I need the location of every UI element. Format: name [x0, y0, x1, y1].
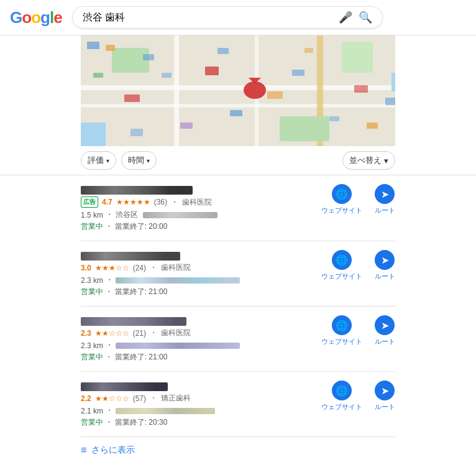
logo-e: e: [53, 8, 62, 27]
close-time-2: ・ 當業終了: 21:00: [105, 287, 167, 296]
search-bar[interactable]: 🎤 🔍: [72, 6, 383, 29]
route-label-4: ルート: [375, 402, 395, 412]
distance-1: 1.5 km: [81, 211, 103, 219]
filter-left: 評価 ▾ 時間 ▾: [81, 151, 157, 170]
ad-badge-1: 広告: [81, 196, 98, 208]
logo-o2: o: [31, 8, 40, 27]
title-blur-2: [81, 252, 180, 261]
category-type-4: 矯正歯科: [161, 393, 191, 404]
action-group-4: 🌐 ウェブサイト ➤ ルート: [321, 381, 395, 412]
svg-rect-26: [217, 48, 229, 54]
svg-rect-21: [385, 98, 395, 105]
sort-chevron-icon: ▾: [384, 156, 388, 165]
category-1: ・: [171, 197, 178, 208]
svg-rect-32: [130, 129, 143, 136]
result-item-3: 2.3 ★★☆☆☆ (21) ・ 歯科医院 2.3 km ・ 営業中 ・ 當業終…: [81, 307, 395, 372]
map-area[interactable]: [81, 35, 395, 146]
svg-rect-28: [329, 116, 339, 121]
result-actions-4: 🌐 ウェブサイト ➤ ルート: [321, 381, 395, 412]
review-count-1: (36): [154, 198, 167, 206]
distance-3: 2.3 km: [81, 341, 103, 350]
route-action-1[interactable]: ➤ ルート: [375, 184, 395, 215]
address-sep-4: ・: [106, 405, 113, 416]
svg-rect-9: [81, 122, 106, 146]
route-action-2[interactable]: ➤ ルート: [375, 250, 395, 281]
close-time-3: ・ 當業終了: 21:00: [105, 353, 167, 361]
logo-g: G: [10, 8, 22, 27]
result-title-2[interactable]: [81, 250, 321, 261]
google-logo[interactable]: G o o g l e: [10, 8, 62, 27]
route-action-4[interactable]: ➤ ルート: [375, 381, 395, 412]
title-blur-4: [81, 382, 168, 391]
website-action-2[interactable]: 🌐 ウェブサイト: [321, 250, 362, 281]
category-type-3: 歯科医院: [161, 328, 191, 338]
website-action-1[interactable]: 🌐 ウェブサイト: [321, 184, 362, 215]
result-hours-4: 営業中 ・ 當業終了: 20:30: [81, 417, 321, 428]
stars-2: ★★★☆☆: [95, 264, 129, 272]
result-title-1[interactable]: [81, 184, 321, 195]
website-label-1: ウェブサイト: [321, 206, 362, 215]
route-label-3: ルート: [375, 337, 395, 346]
result-actions-1: 🌐 ウェブサイト ➤ ルート: [321, 184, 395, 215]
address-blur-2: [116, 277, 240, 284]
website-icon-1: 🌐: [332, 184, 352, 204]
result-title-4[interactable]: [81, 381, 321, 391]
category-type-2: 歯科医院: [161, 262, 191, 273]
svg-rect-10: [391, 73, 395, 91]
results-container: 広告 4.7 ★★★★★ (36) ・ 歯科医院 1.5 km ・ 渋谷区 営業…: [0, 175, 476, 462]
address-blur-1: [143, 212, 217, 218]
address-prefix-1: 渋谷区: [116, 210, 138, 220]
svg-rect-2: [81, 104, 395, 108]
close-time-4: ・ 當業終了: 20:30: [105, 418, 167, 427]
svg-rect-12: [106, 45, 115, 51]
svg-rect-11: [87, 42, 99, 49]
title-blur-3: [81, 317, 186, 326]
category-4: ・: [150, 393, 157, 404]
distance-2: 2.3 km: [81, 276, 103, 285]
svg-rect-18: [292, 70, 304, 76]
route-icon-3: ➤: [375, 315, 395, 335]
svg-rect-3: [174, 35, 179, 146]
result-item-1: 広告 4.7 ★★★★★ (36) ・ 歯科医院 1.5 km ・ 渋谷区 営業…: [81, 175, 395, 241]
svg-rect-13: [124, 95, 140, 102]
website-icon-3: 🌐: [332, 315, 352, 335]
title-blur-1: [81, 186, 193, 195]
svg-rect-1: [81, 85, 395, 90]
svg-rect-15: [205, 67, 219, 75]
rating-value-3: 2.3: [81, 329, 91, 338]
review-count-2: (24): [133, 264, 146, 272]
website-label-4: ウェブサイト: [321, 402, 362, 412]
result-actions-3: 🌐 ウェブサイト ➤ ルート: [321, 315, 395, 346]
filter-bar: 評価 ▾ 時間 ▾ 並べ替え ▾: [0, 146, 476, 175]
search-input[interactable]: [83, 12, 334, 23]
sort-button[interactable]: 並べ替え ▾: [342, 151, 395, 170]
map-wrapper: [0, 35, 476, 146]
open-status-2: 営業中: [81, 287, 103, 296]
result-item-2: 3.0 ★★★☆☆ (24) ・ 歯科医院 2.3 km ・ 営業中 ・ 當業終…: [81, 241, 395, 307]
microphone-icon[interactable]: 🎤: [339, 11, 352, 24]
rating-value-2: 3.0: [81, 264, 91, 272]
route-icon-1: ➤: [375, 184, 395, 204]
website-action-3[interactable]: 🌐 ウェブサイト: [321, 315, 362, 346]
logo-g2: g: [40, 8, 50, 27]
route-label-2: ルート: [375, 272, 395, 281]
show-more-button[interactable]: ≡ さらに表示: [81, 437, 395, 462]
result-title-3[interactable]: [81, 315, 321, 326]
route-action-3[interactable]: ➤ ルート: [375, 315, 395, 346]
rating-value-1: 4.7: [102, 198, 112, 206]
search-button[interactable]: 🔍: [359, 11, 372, 24]
rating-filter-button[interactable]: 評価 ▾: [81, 151, 116, 170]
category-3: ・: [150, 328, 157, 338]
website-action-4[interactable]: 🌐 ウェブサイト: [321, 381, 362, 412]
rating-filter-label: 評価: [88, 155, 104, 166]
result-address-3: 2.3 km ・: [81, 340, 321, 351]
result-item-4: 2.2 ★★☆☆☆ (57) ・ 矯正歯科 2.1 km ・ 営業中 ・ 當業終…: [81, 372, 395, 437]
map-svg: [81, 35, 395, 146]
result-actions-2: 🌐 ウェブサイト ➤ ルート: [321, 250, 395, 281]
action-group-2: 🌐 ウェブサイト ➤ ルート: [321, 250, 395, 281]
website-icon-4: 🌐: [332, 381, 352, 400]
svg-point-22: [244, 81, 266, 99]
sort-label: 並べ替え: [349, 155, 382, 166]
svg-rect-24: [162, 73, 172, 78]
time-filter-button[interactable]: 時間 ▾: [121, 151, 157, 170]
